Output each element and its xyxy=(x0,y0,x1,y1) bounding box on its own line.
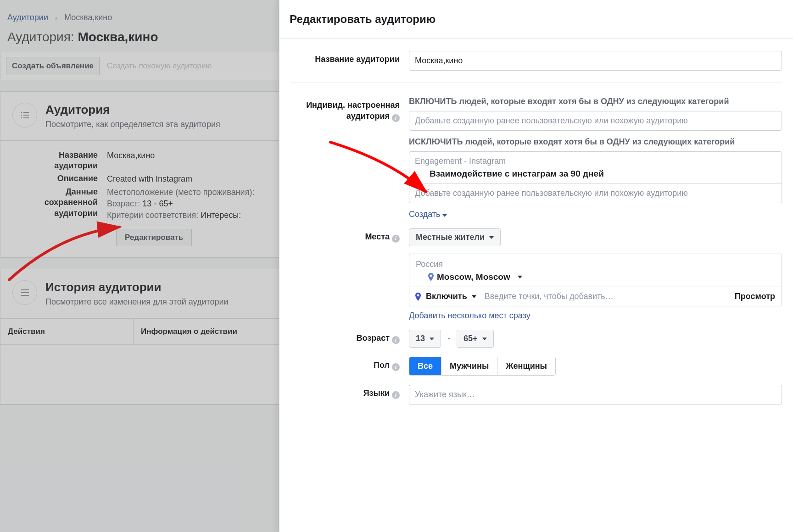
places-mode-label: Местные жители xyxy=(416,233,485,242)
label-age: Возраст xyxy=(356,333,390,343)
create-audience-link[interactable]: Создать xyxy=(409,210,447,219)
gender-segment: Все Мужчины Женщины xyxy=(409,357,556,376)
places-country: Россия xyxy=(416,260,775,269)
caret-down-icon xyxy=(472,295,476,298)
include-box[interactable]: Добавьте созданную ранее пользовательску… xyxy=(409,111,782,131)
info-icon[interactable]: i xyxy=(392,391,400,399)
info-icon[interactable]: i xyxy=(392,114,400,122)
exclude-section-title: ИСКЛЮЧИТЬ людей, которые входят хотя бы … xyxy=(409,137,782,147)
caret-down-icon xyxy=(518,276,522,278)
include-exclude-label: Включить xyxy=(426,292,467,301)
age-from-select[interactable]: 13 xyxy=(409,330,441,348)
caret-down-icon xyxy=(430,338,434,340)
add-many-places-link[interactable]: Добавить несколько мест сразу xyxy=(409,311,531,321)
caret-down-icon xyxy=(482,338,487,340)
include-section-title: ВКЛЮЧИТЬ людей, которые входят хотя бы в… xyxy=(409,97,782,106)
caret-down-icon xyxy=(489,236,494,239)
create-audience-label: Создать xyxy=(409,210,440,219)
places-city-label: Moscow, Moscow xyxy=(437,272,510,282)
pin-icon xyxy=(415,293,421,301)
languages-input[interactable] xyxy=(409,385,782,405)
edit-audience-modal: Редактировать аудиторию Название аудитор… xyxy=(279,0,793,532)
info-icon[interactable]: i xyxy=(392,336,400,344)
places-mode-select[interactable]: Местные жители xyxy=(409,228,501,246)
age-from-value: 13 xyxy=(416,334,425,344)
label-gender: Пол xyxy=(374,360,390,370)
audience-name-input[interactable] xyxy=(409,51,782,71)
exclude-placeholder: Добавьте созданную ранее пользовательску… xyxy=(409,183,782,203)
age-to-select[interactable]: 65+ xyxy=(457,330,494,348)
label-languages: Языки xyxy=(363,388,390,398)
places-preview-button[interactable]: Просмотр xyxy=(728,287,782,306)
pin-icon xyxy=(428,273,434,281)
gender-option-all[interactable]: Все xyxy=(409,357,441,375)
gender-option-male[interactable]: Мужчины xyxy=(441,357,497,375)
exclude-group-head: Engagement - Instagram xyxy=(409,152,782,167)
include-placeholder: Добавьте созданную ранее пользовательску… xyxy=(409,111,782,130)
label-custom-audience: Индивид. настроенная аудитория xyxy=(306,100,400,121)
gender-option-female[interactable]: Женщины xyxy=(497,357,555,375)
places-city-chip[interactable]: Moscow, Moscow xyxy=(416,272,775,282)
info-icon[interactable]: i xyxy=(392,363,400,371)
label-places: Места xyxy=(365,232,390,241)
places-search-input[interactable] xyxy=(482,287,728,306)
label-audience-name: Название аудитории xyxy=(290,51,409,65)
age-dash: - xyxy=(447,334,450,344)
divider xyxy=(290,83,782,83)
age-to-value: 65+ xyxy=(464,334,478,344)
exclude-chip[interactable]: Взаимодействие с инстаграм за 90 дней xyxy=(409,167,782,183)
places-box: Россия Moscow, Moscow Включить xyxy=(409,254,782,306)
exclude-box[interactable]: Engagement - Instagram Взаимодействие с … xyxy=(409,151,782,203)
include-exclude-toggle[interactable]: Включить xyxy=(409,287,482,306)
modal-title: Редактировать аудиторию xyxy=(279,0,793,39)
info-icon[interactable]: i xyxy=(392,235,400,243)
caret-down-icon xyxy=(442,214,447,217)
